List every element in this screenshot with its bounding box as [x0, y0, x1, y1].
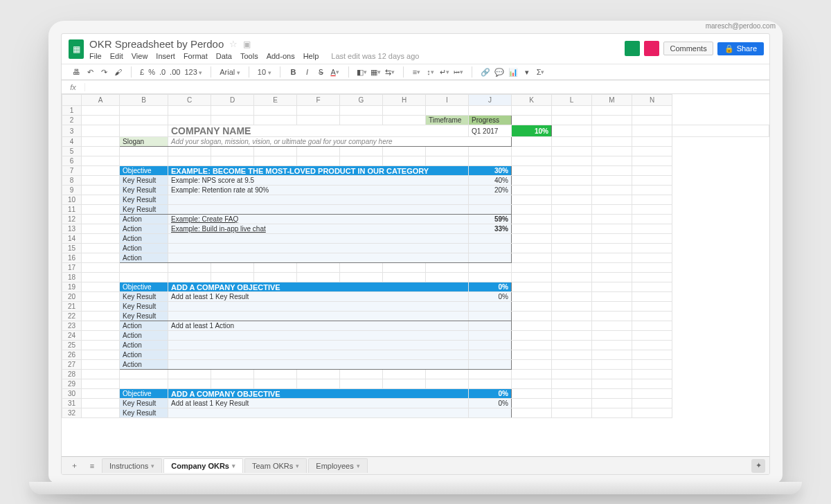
- header-progress[interactable]: Progress: [469, 116, 512, 125]
- font-family-select[interactable]: Arial: [220, 68, 240, 76]
- obj2-a5-text[interactable]: [168, 360, 469, 370]
- row-21[interactable]: 21: [62, 302, 82, 312]
- col-F[interactable]: F: [297, 95, 340, 106]
- column-headers[interactable]: A B C D E F G H I J K L M N: [62, 95, 769, 106]
- row-29[interactable]: 29: [62, 379, 82, 389]
- col-A[interactable]: A: [82, 95, 120, 106]
- obj1-kr3-label[interactable]: Key Result: [120, 195, 168, 205]
- col-E[interactable]: E: [254, 95, 297, 106]
- col-L[interactable]: L: [552, 95, 592, 106]
- row-3[interactable]: 3: [62, 125, 82, 137]
- timeframe-value[interactable]: Q1 2017: [469, 125, 512, 137]
- borders-icon[interactable]: ▦: [371, 67, 381, 77]
- obj2-a5-label[interactable]: Action: [120, 360, 168, 370]
- row-26[interactable]: 26: [62, 350, 82, 360]
- star-icon[interactable]: ☆: [229, 39, 238, 49]
- comments-button[interactable]: Comments: [663, 42, 713, 55]
- obj2-a1-label[interactable]: Action: [120, 321, 168, 331]
- obj2-a4-text[interactable]: [168, 350, 469, 360]
- obj3-kr1-pct[interactable]: 0%: [469, 399, 512, 408]
- col-C[interactable]: C: [168, 95, 211, 106]
- obj1-a3-text[interactable]: [168, 234, 469, 244]
- obj1-a3-pct[interactable]: [469, 234, 512, 244]
- row-6[interactable]: 6: [62, 156, 82, 166]
- font-size-select[interactable]: 10: [258, 68, 271, 76]
- obj2-kr3-text[interactable]: [168, 312, 469, 321]
- slogan-text[interactable]: Add your slogan, mission, vision, or ult…: [168, 137, 512, 147]
- obj2-a2-text[interactable]: [168, 331, 469, 341]
- functions-icon[interactable]: Σ: [536, 67, 546, 77]
- menu-format[interactable]: Format: [184, 52, 208, 60]
- paint-format-icon[interactable]: 🖌: [113, 67, 123, 77]
- obj3-kr2-text[interactable]: [168, 408, 469, 418]
- obj3-kr1-label[interactable]: Key Result: [120, 399, 168, 408]
- col-I[interactable]: I: [426, 95, 469, 106]
- link-icon[interactable]: 🔗: [481, 67, 490, 77]
- tab-team-okrs[interactable]: Team OKRs▾: [244, 458, 307, 473]
- obj1-a4-label[interactable]: Action: [120, 244, 168, 253]
- row-11[interactable]: 11: [62, 205, 82, 215]
- italic-icon[interactable]: I: [303, 67, 312, 77]
- menu-file[interactable]: File: [89, 52, 102, 60]
- row-25[interactable]: 25: [62, 341, 82, 350]
- obj1-kr4-pct[interactable]: [469, 205, 512, 215]
- row-31[interactable]: 31: [62, 399, 82, 408]
- row-22[interactable]: 22: [62, 312, 82, 321]
- obj2-kr1-label[interactable]: Key Result: [120, 292, 168, 302]
- obj2-a1-pct[interactable]: [469, 321, 512, 331]
- obj2-a5-pct[interactable]: [469, 360, 512, 370]
- col-K[interactable]: K: [512, 95, 552, 106]
- wrap-icon[interactable]: ↵: [440, 67, 449, 77]
- row-5[interactable]: 5: [62, 147, 82, 156]
- obj2-a4-pct[interactable]: [469, 350, 512, 360]
- obj1-a2-label[interactable]: Action: [120, 224, 168, 234]
- obj2-kr3-pct[interactable]: [469, 312, 512, 321]
- obj1-kr3-pct[interactable]: [469, 195, 512, 205]
- sheets-logo-icon[interactable]: ▦: [69, 39, 84, 59]
- row-4[interactable]: 4: [62, 137, 82, 147]
- row-16[interactable]: 16: [62, 253, 82, 263]
- menu-addons[interactable]: Add-ons: [267, 52, 295, 60]
- collaborator-avatar-2[interactable]: [644, 41, 659, 56]
- obj3-label[interactable]: Objective: [120, 389, 168, 399]
- obj1-a5-label[interactable]: Action: [120, 253, 168, 263]
- row-2[interactable]: 2: [62, 116, 82, 125]
- col-G[interactable]: G: [340, 95, 383, 106]
- col-J[interactable]: J: [469, 95, 512, 106]
- increase-decimal[interactable]: .00: [170, 68, 180, 76]
- bold-icon[interactable]: B: [289, 67, 298, 77]
- obj2-kr3-label[interactable]: Key Result: [120, 312, 168, 321]
- row-17[interactable]: 17: [62, 263, 82, 273]
- obj1-a3-label[interactable]: Action: [120, 234, 168, 244]
- row-15[interactable]: 15: [62, 244, 82, 253]
- doc-title[interactable]: OKR Spreadsheet by Perdoo: [89, 38, 224, 50]
- rotate-icon[interactable]: ⤠: [454, 67, 463, 77]
- tab-instructions[interactable]: Instructions▾: [102, 458, 162, 473]
- obj2-a3-label[interactable]: Action: [120, 341, 168, 350]
- row-10[interactable]: 10: [62, 195, 82, 205]
- comment-icon[interactable]: 💬: [494, 67, 504, 77]
- folder-icon[interactable]: ▣: [243, 39, 251, 49]
- col-M[interactable]: M: [592, 95, 632, 106]
- obj1-a1-text[interactable]: Example: Create FAQ: [168, 215, 469, 224]
- obj3-kr2-pct[interactable]: [469, 408, 512, 418]
- row-14[interactable]: 14: [62, 234, 82, 244]
- row-28[interactable]: 28: [62, 370, 82, 379]
- add-sheet-button[interactable]: ＋: [66, 460, 82, 471]
- last-edit-info[interactable]: Last edit was 12 days ago: [331, 52, 419, 60]
- chart-icon[interactable]: 📊: [508, 67, 518, 77]
- obj1-pct[interactable]: 30%: [469, 166, 512, 176]
- v-align-icon[interactable]: ↕: [426, 67, 436, 77]
- col-H[interactable]: H: [383, 95, 426, 106]
- obj2-a3-text[interactable]: [168, 341, 469, 350]
- all-sheets-button[interactable]: ≡: [84, 462, 100, 470]
- obj1-kr4-text[interactable]: [168, 205, 469, 215]
- obj3-pct[interactable]: 0%: [469, 389, 512, 399]
- currency-format[interactable]: £: [140, 68, 144, 76]
- obj2-a1-text[interactable]: Add at least 1 Action: [168, 321, 469, 331]
- number-format-menu[interactable]: 123: [184, 68, 202, 76]
- col-B[interactable]: B: [120, 95, 168, 106]
- undo-icon[interactable]: ↶: [85, 67, 95, 77]
- header-timeframe[interactable]: Timeframe: [426, 116, 469, 125]
- h-align-icon[interactable]: ≡: [412, 67, 422, 77]
